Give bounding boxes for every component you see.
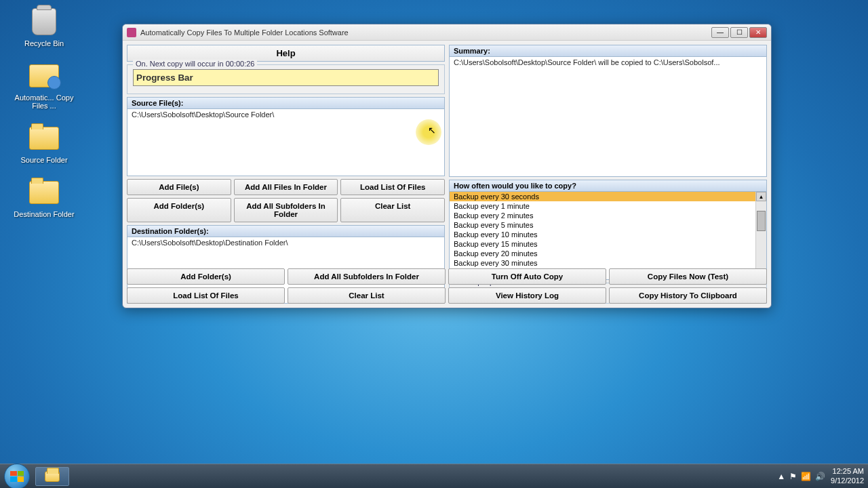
desktop-icon-label: Source Folder bbox=[20, 156, 67, 164]
folder-icon bbox=[45, 471, 60, 482]
minimize-button[interactable]: — bbox=[711, 27, 729, 38]
summary-box: Summary: C:\Users\Sobolsoft\Desktop\Sour… bbox=[449, 45, 767, 177]
folder-app-icon bbox=[29, 64, 59, 87]
frequency-option[interactable]: Backup every 20 minutes bbox=[450, 249, 755, 258]
frequency-option[interactable]: Backup every 15 minutes bbox=[450, 239, 755, 249]
bottom-button-copy-files-now-test[interactable]: Copy Files Now (Test) bbox=[609, 268, 767, 285]
trash-icon bbox=[32, 8, 56, 35]
source-folder-icon[interactable]: Source Folder bbox=[14, 122, 75, 164]
frequency-option[interactable]: Backup every 30 minutes bbox=[450, 258, 755, 268]
desktop-icons: Recycle Bin Automatic... Copy Files ... … bbox=[14, 5, 75, 218]
frequency-option[interactable]: Backup every 1 minute bbox=[450, 201, 755, 211]
source-button-load-list-of-files[interactable]: Load List Of Files bbox=[340, 179, 445, 195]
progress-bar-field[interactable] bbox=[133, 69, 439, 86]
windows-logo-icon bbox=[10, 471, 24, 482]
source-button-clear-list[interactable]: Clear List bbox=[340, 198, 445, 222]
source-files-item[interactable]: C:\Users\Sobolsoft\Desktop\Source Folder… bbox=[127, 109, 444, 176]
bottom-button-load-list-of-files[interactable]: Load List Of Files bbox=[127, 287, 285, 304]
chevron-up-icon[interactable]: ▲ bbox=[777, 472, 785, 481]
frequency-box: How often would you like to copy? Backup… bbox=[449, 180, 767, 280]
summary-header: Summary: bbox=[450, 45, 766, 57]
window-title: Automatically Copy Files To Multiple Fol… bbox=[140, 28, 711, 37]
app-icon bbox=[127, 28, 136, 37]
folder-icon bbox=[29, 127, 59, 150]
bottom-button-add-all-subfolders-in-folder[interactable]: Add All Subfolders In Folder bbox=[288, 268, 446, 285]
source-button-add-all-subfolders-in-folder[interactable]: Add All Subfolders In Folder bbox=[234, 198, 338, 222]
tray-icons[interactable]: ▲ ⚑ 📶 🔊 bbox=[777, 472, 825, 481]
scrollbar[interactable]: ▲ ▼ bbox=[755, 192, 766, 279]
folder-icon bbox=[29, 181, 59, 204]
bottom-button-clear-list[interactable]: Clear List bbox=[288, 287, 446, 304]
frequency-option[interactable]: Backup every 2 minutes bbox=[450, 211, 755, 220]
taskbar-app-button[interactable] bbox=[35, 467, 69, 486]
summary-text: C:\Users\Sobolsoft\Desktop\Source Folder… bbox=[450, 57, 766, 176]
status-fieldset: On. Next copy will occur in 00:00:26 bbox=[127, 64, 445, 94]
titlebar[interactable]: Automatically Copy Files To Multiple Fol… bbox=[123, 24, 771, 41]
system-tray[interactable]: ▲ ⚑ 📶 🔊 12:25 AM 9/12/2012 bbox=[777, 467, 864, 485]
clock[interactable]: 12:25 AM 9/12/2012 bbox=[831, 467, 864, 485]
source-files-header: Source File(s): bbox=[127, 98, 444, 109]
source-files-list[interactable]: Source File(s): C:\Users\Sobolsoft\Deskt… bbox=[127, 97, 445, 176]
frequency-option[interactable]: Backup every 30 seconds bbox=[450, 192, 755, 201]
desktop-icon-label: Destination Folder bbox=[14, 210, 74, 218]
bottom-button-copy-history-to-clipboard[interactable]: Copy History To Clipboard bbox=[609, 287, 767, 304]
desktop-icon-label: Recycle Bin bbox=[24, 39, 64, 47]
network-icon[interactable]: 📶 bbox=[801, 472, 811, 481]
taskbar[interactable]: ▲ ⚑ 📶 🔊 12:25 AM 9/12/2012 bbox=[0, 464, 868, 488]
bottom-button-add-folder-s[interactable]: Add Folder(s) bbox=[127, 268, 285, 285]
sound-icon[interactable]: 🔊 bbox=[815, 472, 825, 481]
cursor-icon: ↖ bbox=[428, 125, 436, 136]
source-button-add-all-files-in-folder[interactable]: Add All Files In Folder bbox=[234, 179, 338, 195]
recycle-bin-icon[interactable]: Recycle Bin bbox=[14, 5, 75, 47]
source-button-add-file-s[interactable]: Add File(s) bbox=[127, 179, 231, 195]
scroll-thumb[interactable] bbox=[757, 211, 766, 231]
bottom-button-view-history-log[interactable]: View History Log bbox=[448, 287, 606, 304]
source-button-add-folder-s[interactable]: Add Folder(s) bbox=[127, 198, 231, 222]
frequency-list[interactable]: Backup every 30 secondsBackup every 1 mi… bbox=[450, 192, 766, 279]
app-window: Automatically Copy Files To Multiple Fol… bbox=[122, 24, 772, 308]
frequency-header: How often would you like to copy? bbox=[450, 180, 766, 192]
flag-icon[interactable]: ⚑ bbox=[789, 472, 797, 481]
app-shortcut-icon[interactable]: Automatic... Copy Files ... bbox=[14, 60, 75, 110]
scroll-up-icon[interactable]: ▲ bbox=[756, 192, 766, 201]
maximize-button[interactable]: ☐ bbox=[730, 27, 748, 38]
bottom-button-turn-off-auto-copy[interactable]: Turn Off Auto Copy bbox=[448, 268, 606, 285]
status-legend: On. Next copy will occur in 00:00:26 bbox=[133, 60, 257, 68]
start-button[interactable] bbox=[4, 464, 30, 489]
destination-header: Destination Folder(s): bbox=[127, 226, 444, 237]
desktop-icon-label: Automatic... Copy Files ... bbox=[14, 94, 75, 110]
frequency-option[interactable]: Backup every 10 minutes bbox=[450, 230, 755, 239]
frequency-option[interactable]: Backup every 5 minutes bbox=[450, 220, 755, 230]
close-button[interactable]: ✕ bbox=[749, 27, 767, 38]
destination-folder-icon[interactable]: Destination Folder bbox=[14, 176, 75, 218]
